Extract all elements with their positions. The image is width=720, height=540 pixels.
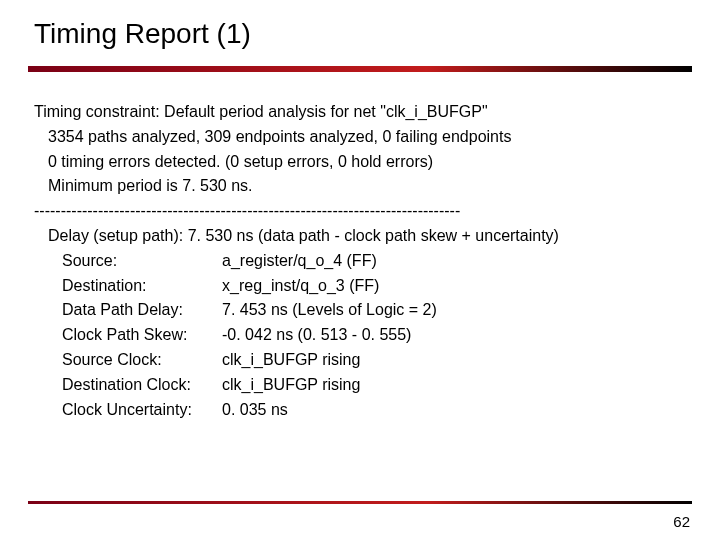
row-data-path-delay: Data Path Delay: 7. 453 ns (Levels of Lo… [62, 298, 686, 323]
page-number: 62 [673, 513, 690, 530]
value-clock-uncertainty: 0. 035 ns [222, 398, 686, 423]
paths-line: 3354 paths analyzed, 309 endpoints analy… [48, 125, 686, 150]
value-data-path-delay: 7. 453 ns (Levels of Logic = 2) [222, 298, 686, 323]
page-title: Timing Report (1) [34, 18, 720, 50]
value-source-clock: clk_i_BUFGP rising [222, 348, 686, 373]
label-source-clock: Source Clock: [62, 348, 222, 373]
errors-line: 0 timing errors detected. (0 setup error… [48, 150, 686, 175]
label-destination: Destination: [62, 274, 222, 299]
value-destination: x_reg_inst/q_o_3 (FF) [222, 274, 686, 299]
value-destination-clock: clk_i_BUFGP rising [222, 373, 686, 398]
title-area: Timing Report (1) [0, 0, 720, 56]
row-source-clock: Source Clock: clk_i_BUFGP rising [62, 348, 686, 373]
row-clock-uncertainty: Clock Uncertainty: 0. 035 ns [62, 398, 686, 423]
delay-line: Delay (setup path): 7. 530 ns (data path… [48, 224, 686, 249]
label-clock-path-skew: Clock Path Skew: [62, 323, 222, 348]
row-destination-clock: Destination Clock: clk_i_BUFGP rising [62, 373, 686, 398]
label-destination-clock: Destination Clock: [62, 373, 222, 398]
row-destination: Destination: x_reg_inst/q_o_3 (FF) [62, 274, 686, 299]
min-period-line: Minimum period is 7. 530 ns. [48, 174, 686, 199]
label-source: Source: [62, 249, 222, 274]
footer-underline [28, 501, 692, 504]
label-clock-uncertainty: Clock Uncertainty: [62, 398, 222, 423]
value-clock-path-skew: -0. 042 ns (0. 513 - 0. 555) [222, 323, 686, 348]
row-source: Source: a_register/q_o_4 (FF) [62, 249, 686, 274]
separator-line: ----------------------------------------… [34, 199, 686, 224]
report-body: Timing constraint: Default period analys… [0, 72, 720, 422]
value-source: a_register/q_o_4 (FF) [222, 249, 686, 274]
constraint-line: Timing constraint: Default period analys… [34, 100, 686, 125]
row-clock-path-skew: Clock Path Skew: -0. 042 ns (0. 513 - 0.… [62, 323, 686, 348]
label-data-path-delay: Data Path Delay: [62, 298, 222, 323]
